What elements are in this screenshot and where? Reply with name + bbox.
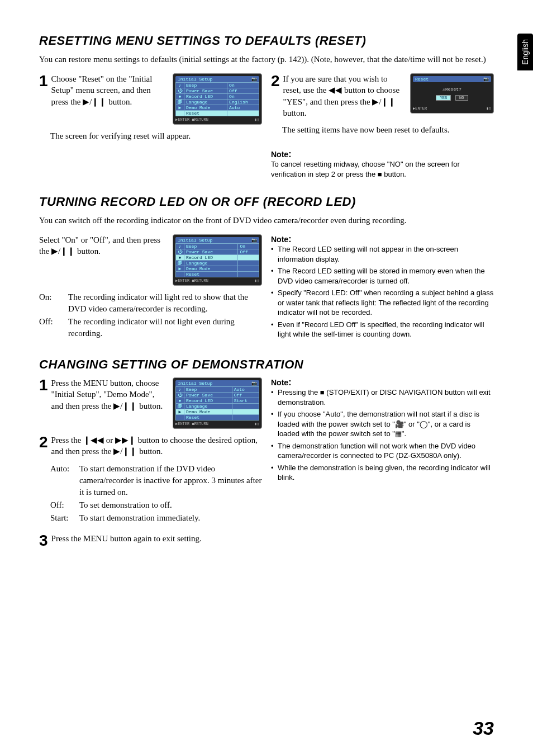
section1-step1: Choose "Reset" on the "Initial Setup" me…	[51, 73, 167, 107]
osd-row-label: Reset	[184, 272, 238, 277]
def-label: Start:	[50, 512, 76, 524]
osd-row-label: Reset	[184, 415, 232, 420]
osd-initial-setup-reset: Initial Setup📷 ♪BeepOn ⏻Power SaveOff ●R…	[173, 73, 262, 125]
osd-row-val	[238, 255, 259, 261]
osd-row-label: Demo Mode	[184, 409, 232, 415]
section1-note-body: To cancel resetting midway, choose "NO" …	[271, 159, 494, 179]
osd-row-label: Language	[184, 100, 227, 105]
note-item: The Record LED setting will be stored in…	[271, 266, 494, 286]
osd-initial-setup-recordled: Initial Setup📷 ♪BeepOn ⏻Power SaveOff ●R…	[173, 234, 262, 286]
osd-row-label: Record LED	[184, 94, 227, 100]
osd-row-val: Auto	[232, 387, 259, 393]
osd-row-label: Reset	[184, 111, 227, 116]
step1-number: 1	[39, 377, 48, 393]
osd-row-val	[232, 404, 259, 409]
osd-row-val	[238, 261, 259, 266]
section1-columns: 1 Choose "Reset" on the "Initial Setup" …	[39, 73, 494, 179]
step3-number: 3	[39, 533, 48, 549]
osd-title: Reset	[415, 77, 429, 82]
osd-enter: ENTER	[178, 422, 189, 426]
note-heading: Note	[271, 234, 494, 244]
section1-sub1: The screen for verifying reset will appe…	[50, 130, 262, 142]
osd-enter: ENTER	[415, 106, 427, 111]
def-text: To set demonstration to off.	[79, 499, 262, 511]
off-label: Off:	[39, 316, 65, 339]
demo-option-defs: Auto:To start demonstration if the DVD v…	[50, 463, 262, 524]
section-title-recordled: TURNING RECORD LED ON OR OFF (RECORD LED…	[39, 195, 494, 209]
language-tab: English	[517, 34, 533, 70]
section3-step2: Press the ❙◀◀ or ▶▶❙ button to choose th…	[51, 434, 262, 457]
osd-row-val: Off	[238, 249, 259, 255]
on-label: On:	[39, 291, 65, 315]
osd-row-val: On	[227, 83, 259, 88]
def-label: Auto:	[50, 463, 76, 498]
battery-icon: ▮▯	[255, 117, 259, 122]
osd-row-val	[238, 272, 259, 277]
note-heading: Note	[271, 149, 494, 159]
camera-icon: 📷	[251, 77, 257, 82]
osd-row-val	[232, 415, 259, 420]
osd-row-val	[238, 266, 259, 272]
osd-enter: ENTER	[178, 117, 189, 122]
osd-row-val: Start	[232, 398, 259, 404]
section2-columns: Select "On" or "Off", and then press the…	[39, 234, 494, 342]
osd-row-val: Off	[227, 88, 259, 94]
camera-icon: 📷	[483, 77, 489, 82]
def-text: To start demonstration immediately.	[79, 512, 262, 524]
section1-sub2: The setting items have now been reset to…	[282, 124, 494, 136]
osd-row-label: Language	[184, 261, 238, 266]
section2-intro: You can switch off the recording indicat…	[39, 215, 494, 226]
section3-step1: Press the MENU button, choose "Initial S…	[51, 377, 167, 412]
osd-row-val: Off	[232, 393, 259, 398]
note-item: While the demonstration is being given, …	[271, 463, 494, 483]
osd-row-val	[232, 409, 259, 415]
osd-row-label: Power Save	[184, 393, 232, 398]
osd-enter: ENTER	[178, 278, 189, 283]
osd-row-val: On	[227, 94, 259, 100]
section1-step2: If you are sure that you wish to reset, …	[283, 73, 404, 119]
step1-number: 1	[39, 73, 48, 89]
off-text: The recording indicator will not light e…	[68, 316, 262, 339]
osd-row-label: Power Save	[184, 88, 227, 94]
def-label: Off:	[50, 499, 76, 511]
osd-return: RETURN	[194, 117, 208, 122]
osd-title: Initial Setup	[178, 238, 212, 243]
page-number: 33	[473, 717, 494, 739]
osd-row-label: Power Save	[184, 249, 238, 255]
section3-step3: Press the MENU button again to exit sett…	[51, 533, 262, 544]
note-item: Pressing the ■ (STOP/EXIT) or DISC NAVIG…	[271, 388, 494, 407]
section3-columns: 1 Press the MENU button, choose "Initial…	[39, 377, 494, 549]
osd-row-val: English	[227, 100, 259, 105]
battery-icon: ▮▯	[487, 106, 491, 111]
section2-notes: The Record LED setting will not appear i…	[271, 244, 494, 339]
osd-row-label: Beep	[184, 387, 232, 393]
step2-number: 2	[39, 434, 48, 450]
osd-row-label: Beep	[184, 244, 238, 249]
osd-title: Initial Setup	[178, 77, 212, 82]
osd-yes-button: YES	[436, 95, 451, 101]
note-item: The demonstration function will not work…	[271, 441, 494, 461]
note-item: The Record LED setting will not appear i…	[271, 244, 494, 264]
battery-icon: ▮▯	[255, 422, 259, 426]
osd-row-val: On	[238, 244, 259, 249]
osd-row-val: Auto	[227, 105, 259, 111]
note-heading: Note	[271, 377, 494, 388]
osd-row-label: Record LED	[184, 398, 232, 404]
section3-notes: Pressing the ■ (STOP/EXIT) or DISC NAVIG…	[271, 388, 494, 483]
camera-icon: 📷	[251, 238, 257, 243]
osd-return: RETURN	[194, 422, 208, 426]
note-item: Specify "Record LED: Off" when recording…	[271, 288, 494, 318]
note-item: Even if "Record LED Off" is specified, t…	[271, 320, 494, 339]
osd-no-button: NO	[455, 95, 468, 101]
step2-number: 2	[271, 73, 280, 89]
osd-row-label: Beep	[184, 83, 227, 88]
osd-row-label: Record LED	[184, 255, 238, 261]
osd-row-val	[227, 111, 259, 116]
osd-row-label: Language	[184, 404, 232, 409]
osd-initial-setup-demo: Initial Setup📷 ♪BeepAuto ⏻Power SaveOff …	[173, 377, 262, 429]
battery-icon: ▮▯	[255, 278, 259, 283]
osd-reset-confirm: Reset📷 ⚠Reset? YES NO ▶ENTER▮▯	[410, 73, 494, 114]
camera-icon: 📷	[251, 381, 257, 386]
osd-row-label: Demo Mode	[184, 266, 238, 272]
osd-row-label: Demo Mode	[184, 105, 227, 111]
